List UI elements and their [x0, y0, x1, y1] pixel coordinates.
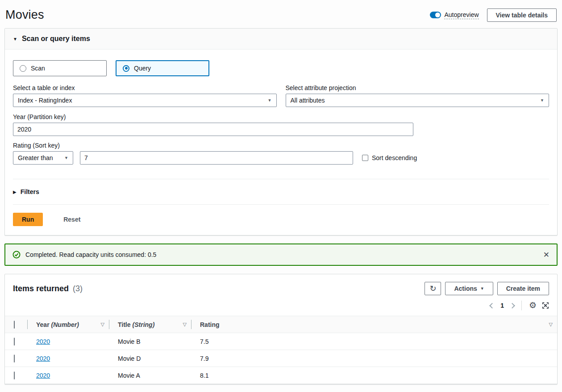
attribute-projection-field: Select attribute projection All attribut…: [286, 84, 550, 107]
item-year-link[interactable]: 2020: [36, 372, 50, 379]
query-radio-tile[interactable]: Query: [116, 60, 209, 76]
sort-key-field: Rating (Sort key) Greater than ▼ Sort de…: [13, 142, 549, 165]
expand-icon[interactable]: [542, 302, 549, 309]
query-panel-title: Scan or query items: [22, 35, 90, 43]
item-title-cell: Movie D: [109, 350, 191, 367]
query-radio-label: Query: [134, 65, 151, 72]
page-header: Movies Autopreview View table details: [4, 0, 558, 28]
column-name: Year: [36, 321, 50, 328]
toggle-on-icon[interactable]: [430, 12, 441, 18]
radio-unchecked-icon[interactable]: [20, 65, 26, 72]
column-header-title[interactable]: Title(String) ▽: [109, 316, 191, 333]
settings-gear-icon[interactable]: ⚙: [529, 301, 537, 310]
table-index-label: Select a table or index: [13, 84, 277, 91]
sort-key-row: Greater than ▼ Sort descending: [13, 151, 549, 165]
query-panel-body: Scan Query Select a table or index Index…: [5, 50, 557, 235]
caret-down-icon: ▼: [540, 98, 544, 103]
sort-operator-value: Greater than: [18, 154, 53, 161]
previous-page-button[interactable]: [489, 303, 495, 309]
filters-expander[interactable]: ▶ Filters: [13, 188, 549, 195]
view-table-details-button[interactable]: View table details: [487, 8, 557, 22]
checkbox-unchecked-icon[interactable]: [362, 155, 368, 161]
checkbox-unchecked-icon[interactable]: [14, 371, 15, 380]
autopreview-toggle[interactable]: Autopreview: [430, 11, 479, 19]
page-number[interactable]: 1: [500, 302, 505, 309]
results-count: (3): [73, 284, 83, 293]
flash-success: Completed. Read capacity units consumed:…: [4, 243, 558, 266]
results-buttons: ↻ Actions ▼ Create item: [425, 282, 549, 295]
item-year-link[interactable]: 2020: [36, 338, 50, 345]
mode-tiles: Scan Query: [13, 60, 549, 76]
success-check-icon: [12, 251, 21, 259]
sort-icon[interactable]: ▽: [183, 322, 187, 327]
column-type: (String): [133, 321, 155, 328]
sort-descending-checkbox[interactable]: Sort descending: [362, 154, 417, 161]
scan-radio-tile[interactable]: Scan: [13, 60, 107, 76]
partition-key-label: Year (Partition key): [13, 113, 549, 120]
item-rating-cell: 8.1: [191, 367, 557, 384]
sort-icon[interactable]: ▽: [549, 322, 553, 327]
table-row: 2020 Movie B 7.5: [5, 333, 557, 350]
refresh-icon: ↻: [429, 284, 436, 293]
item-title-cell: Movie A: [109, 367, 191, 384]
column-header-year[interactable]: Year(Number) ▽: [27, 316, 109, 333]
actions-button[interactable]: Actions ▼: [445, 282, 493, 295]
run-button[interactable]: Run: [13, 213, 43, 226]
actions-label: Actions: [454, 285, 477, 293]
select-all-checkbox-cell: [5, 316, 27, 333]
filters-label: Filters: [21, 188, 39, 195]
results-panel: Items returned (3) ↻ Actions ▼ Create it…: [4, 274, 558, 384]
query-actions-row: Run Reset: [13, 213, 549, 226]
reset-button[interactable]: Reset: [54, 213, 89, 226]
item-year-link[interactable]: 2020: [36, 355, 50, 362]
caret-down-icon: ▼: [480, 286, 484, 291]
caret-down-icon: ▼: [64, 156, 68, 160]
sort-key-label: Rating (Sort key): [13, 142, 549, 149]
column-header-rating[interactable]: Rating ▽: [191, 316, 557, 333]
collapse-caret-icon[interactable]: ▼: [13, 37, 17, 41]
flash-message: Completed. Read capacity units consumed:…: [25, 251, 538, 258]
scan-radio-label: Scan: [31, 65, 45, 72]
table-index-field: Select a table or index Index - RatingIn…: [13, 84, 277, 107]
sort-operator-select[interactable]: Greater than ▼: [13, 151, 73, 165]
expand-caret-icon[interactable]: ▶: [13, 190, 17, 194]
checkbox-unchecked-icon[interactable]: [14, 355, 15, 363]
query-panel-header[interactable]: ▼ Scan or query items: [5, 29, 557, 50]
query-panel: ▼ Scan or query items Scan Query Select …: [4, 28, 558, 235]
next-page-button[interactable]: [509, 303, 515, 309]
table-row: 2020 Movie A 8.1: [5, 367, 557, 384]
page-title: Movies: [5, 8, 44, 22]
page: Movies Autopreview View table details ▼ …: [0, 0, 562, 392]
pagination: 1 ⚙: [5, 297, 557, 316]
select-row: Select a table or index Index - RatingIn…: [13, 84, 549, 107]
create-item-button[interactable]: Create item: [497, 282, 549, 295]
checkbox-unchecked-icon[interactable]: [14, 321, 15, 329]
table-index-value: Index - RatingIndex: [18, 97, 72, 104]
sort-icon[interactable]: ▽: [101, 322, 104, 327]
results-title: Items returned (3): [13, 282, 83, 293]
radio-checked-icon[interactable]: [123, 65, 129, 72]
divider: [521, 301, 522, 310]
divider: [13, 179, 549, 179]
autopreview-label[interactable]: Autopreview: [444, 11, 479, 19]
results-table: Year(Number) ▽ Title(String) ▽ Rating: [5, 316, 557, 384]
column-type: (Number): [51, 321, 79, 328]
attribute-projection-label: Select attribute projection: [286, 84, 550, 91]
table-index-select[interactable]: Index - RatingIndex ▼: [13, 94, 277, 107]
caret-down-icon: ▼: [268, 98, 272, 103]
item-rating-cell: 7.5: [191, 333, 557, 350]
item-rating-cell: 7.9: [191, 350, 557, 367]
column-name: Title: [118, 321, 131, 328]
table-row: 2020 Movie D 7.9: [5, 350, 557, 367]
partition-key-input[interactable]: [13, 123, 413, 136]
sort-key-input[interactable]: [80, 151, 353, 165]
attribute-projection-select[interactable]: All attributes ▼: [286, 94, 550, 107]
close-icon[interactable]: ✕: [543, 251, 550, 259]
refresh-button[interactable]: ↻: [425, 282, 441, 295]
attribute-projection-value: All attributes: [291, 97, 325, 104]
column-name: Rating: [200, 321, 220, 328]
item-title-cell: Movie B: [109, 333, 191, 350]
checkbox-unchecked-icon[interactable]: [14, 338, 15, 346]
results-header: Items returned (3) ↻ Actions ▼ Create it…: [5, 274, 557, 297]
table-header-row: Year(Number) ▽ Title(String) ▽ Rating: [5, 316, 557, 333]
